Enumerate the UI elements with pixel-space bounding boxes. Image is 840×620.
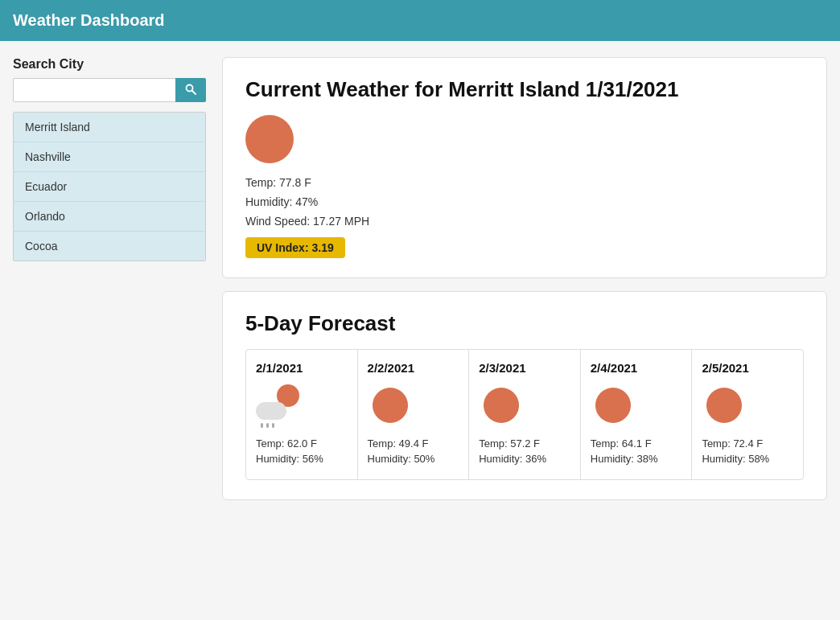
rain-dot bbox=[261, 423, 263, 428]
rain-dots bbox=[261, 423, 274, 428]
city-list: Merritt Island Nashville Ecuador Orlando… bbox=[13, 112, 206, 261]
forecast-icon-wrap-3 bbox=[479, 383, 524, 428]
forecast-grid: 2/1/2021 Temp: 62.0 F bbox=[245, 349, 804, 480]
forecast-date-2: 2/2/2021 bbox=[368, 361, 414, 375]
search-label: Search City bbox=[13, 57, 206, 72]
forecast-date-5: 2/5/2021 bbox=[702, 361, 748, 375]
forecast-temp-5: Temp: 72.4 F bbox=[702, 437, 763, 450]
current-humidity: Humidity: 47% bbox=[245, 195, 804, 208]
current-temp: Temp: 77.8 F bbox=[245, 176, 804, 189]
app-header: Weather Dashboard bbox=[0, 0, 840, 41]
search-button[interactable] bbox=[175, 78, 206, 102]
forecast-temp-3: Temp: 57.2 F bbox=[479, 437, 540, 450]
city-item[interactable]: Merritt Island bbox=[14, 113, 205, 142]
sun-icon-3 bbox=[484, 388, 519, 423]
content-area: Current Weather for Merritt Island 1/31/… bbox=[222, 57, 827, 500]
forecast-date-4: 2/4/2021 bbox=[591, 361, 637, 375]
forecast-day-5: 2/5/2021 Temp: 72.4 F Humidity: 58% bbox=[692, 350, 803, 479]
forecast-date-1: 2/1/2021 bbox=[256, 361, 303, 375]
forecast-day-4: 2/4/2021 Temp: 64.1 F Humidity: 38% bbox=[581, 350, 693, 479]
sun-icon-2 bbox=[373, 388, 408, 423]
search-row bbox=[13, 78, 206, 102]
rain-dot bbox=[266, 423, 269, 428]
svg-line-1 bbox=[192, 90, 196, 94]
rain-dot bbox=[272, 423, 274, 428]
sidebar: Search City Merritt Island Nashville Ecu… bbox=[13, 57, 206, 500]
forecast-temp-4: Temp: 64.1 F bbox=[591, 437, 652, 450]
forecast-humidity-1: Humidity: 56% bbox=[256, 453, 323, 465]
city-item[interactable]: Ecuador bbox=[14, 172, 205, 202]
city-item[interactable]: Orlando bbox=[14, 202, 205, 232]
city-item[interactable]: Nashville bbox=[14, 142, 205, 172]
uv-index-badge: UV Index: 3.19 bbox=[245, 237, 345, 258]
forecast-date-3: 2/3/2021 bbox=[479, 361, 525, 375]
forecast-humidity-2: Humidity: 50% bbox=[368, 453, 435, 465]
forecast-card: 5-Day Forecast 2/1/2021 bbox=[222, 291, 827, 500]
forecast-title: 5-Day Forecast bbox=[245, 311, 804, 336]
forecast-day-2: 2/2/2021 Temp: 49.4 F Humidity: 50% bbox=[358, 350, 470, 479]
search-input[interactable] bbox=[13, 78, 175, 102]
current-weather-card: Current Weather for Merritt Island 1/31/… bbox=[222, 57, 827, 278]
sun-icon-5 bbox=[706, 388, 742, 423]
forecast-day-1: 2/1/2021 Temp: 62.0 F bbox=[246, 350, 358, 479]
sun-icon-4 bbox=[595, 388, 631, 423]
forecast-humidity-5: Humidity: 58% bbox=[702, 453, 769, 465]
forecast-humidity-3: Humidity: 36% bbox=[479, 453, 546, 465]
forecast-temp-1: Temp: 62.0 F bbox=[256, 437, 317, 450]
current-weather-icon-sun bbox=[245, 115, 294, 163]
current-weather-title: Current Weather for Merritt Island 1/31/… bbox=[245, 77, 804, 102]
forecast-icon-wrap-1 bbox=[256, 383, 301, 428]
search-icon bbox=[185, 84, 196, 95]
partly-cloudy-icon bbox=[256, 383, 301, 428]
forecast-icon-wrap-5 bbox=[702, 383, 747, 428]
current-wind-speed: Wind Speed: 17.27 MPH bbox=[245, 215, 804, 228]
cloud-part bbox=[256, 402, 286, 420]
city-item[interactable]: Cocoa bbox=[14, 232, 205, 261]
forecast-day-3: 2/3/2021 Temp: 57.2 F Humidity: 36% bbox=[469, 350, 581, 479]
forecast-temp-2: Temp: 49.4 F bbox=[368, 437, 429, 450]
app-title: Weather Dashboard bbox=[13, 11, 827, 30]
forecast-icon-wrap-4 bbox=[591, 383, 636, 428]
forecast-icon-wrap-2 bbox=[368, 383, 413, 428]
forecast-humidity-4: Humidity: 38% bbox=[591, 453, 658, 465]
